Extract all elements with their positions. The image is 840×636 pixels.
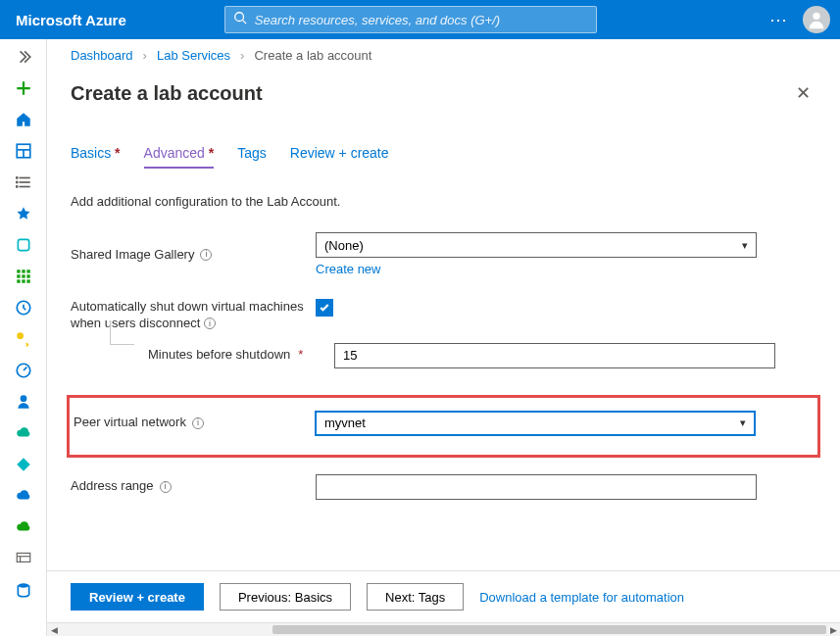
breadcrumb-link[interactable]: Lab Services [157,48,230,63]
scroll-right-icon[interactable]: ▶ [826,623,840,636]
rail-clock-icon[interactable] [4,296,43,319]
svg-rect-19 [17,279,20,282]
svg-point-10 [16,181,17,182]
info-icon[interactable]: i [160,481,172,493]
svg-rect-14 [22,269,25,272]
rail-home-icon[interactable] [4,108,43,131]
brand-logo: Microsoft Azure [16,12,126,28]
tabs: Basics Advanced Tags Review + create [71,145,816,169]
svg-rect-18 [26,274,29,277]
svg-point-23 [17,332,24,339]
auto-shutdown-checkbox[interactable] [316,299,333,317]
rail-add-icon[interactable] [4,76,43,100]
rail-grid-icon[interactable] [4,265,43,288]
horizontal-scrollbar[interactable]: ◀ ▶ [47,622,840,636]
download-template-link[interactable]: Download a template for automation [479,590,684,605]
rail-cloud3-icon[interactable] [4,515,43,539]
side-rail [0,39,47,636]
svg-point-25 [20,395,26,402]
review-create-button[interactable]: Review + create [71,583,204,611]
chevron-right-icon: › [240,48,244,63]
page-title: Create a lab account [71,82,790,105]
breadcrumb-link[interactable]: Dashboard [71,48,133,63]
rail-monitor-icon[interactable] [4,547,43,570]
previous-button[interactable]: Previous: Basics [220,583,351,611]
svg-rect-17 [22,274,25,277]
tab-basics[interactable]: Basics [71,145,121,169]
info-icon[interactable]: i [204,318,216,329]
shared-image-gallery-select[interactable]: (None) ▾ [316,232,757,258]
tab-review[interactable]: Review + create [290,145,389,169]
svg-rect-13 [17,269,20,272]
minutes-before-shutdown-input[interactable] [334,343,775,368]
svg-rect-20 [22,279,25,282]
rail-cloud1-icon[interactable] [4,421,43,445]
shared-image-gallery-value: (None) [324,238,364,253]
rail-favorites-icon[interactable] [4,202,43,225]
info-icon[interactable]: i [192,417,204,429]
chevron-down-icon: ▾ [740,416,746,429]
svg-point-0 [235,13,244,22]
rail-person-icon[interactable] [4,390,43,414]
minutes-before-shutdown-label: Minutes before shutdown [148,347,290,364]
svg-rect-26 [17,553,30,562]
create-new-link[interactable]: Create new [316,262,380,276]
svg-rect-15 [26,269,29,272]
chevron-down-icon: ▾ [742,239,748,252]
next-button[interactable]: Next: Tags [367,583,464,611]
global-search-input[interactable] [255,13,588,27]
svg-point-9 [16,177,17,178]
svg-point-29 [18,583,28,588]
rail-diamond-icon[interactable] [4,453,43,476]
intro-text: Add additional configuration to the Lab … [71,194,816,209]
svg-rect-21 [26,279,29,282]
scroll-left-icon[interactable]: ◀ [47,623,61,636]
breadcrumb-current: Create a lab account [254,48,371,63]
svg-rect-12 [18,239,28,250]
shared-image-gallery-label: Shared Image Gallery [71,247,194,264]
svg-rect-16 [17,274,20,277]
footer: Review + create Previous: Basics Next: T… [47,570,840,622]
rail-cloud2-icon[interactable] [4,484,43,508]
auto-shutdown-label: Automatically shut down virtual machines… [71,299,304,330]
svg-point-2 [813,13,819,20]
rail-resource-icon[interactable] [4,233,43,257]
close-icon[interactable]: ✕ [790,78,816,108]
top-header: Microsoft Azure ⋯ [0,0,840,39]
breadcrumb: Dashboard › Lab Services › Create a lab … [47,39,840,73]
rail-db-icon[interactable] [4,578,43,602]
more-menu-icon[interactable]: ⋯ [769,9,789,30]
user-avatar[interactable] [803,6,830,33]
rail-dashboard-icon[interactable] [4,139,43,163]
svg-point-11 [16,186,17,187]
info-icon[interactable]: i [200,249,212,261]
address-range-label: Address range [71,478,154,495]
rail-meter-icon[interactable] [4,359,43,382]
rail-list-icon[interactable] [4,171,43,194]
rail-expand-icon[interactable] [4,45,43,69]
tab-tags[interactable]: Tags [237,145,267,169]
address-range-input[interactable] [316,474,757,500]
peer-vnet-label: Peer virtual network [74,415,186,431]
svg-line-1 [242,21,246,24]
rail-key-icon[interactable] [4,327,43,351]
peer-vnet-value: myvnet [324,416,366,430]
tab-advanced[interactable]: Advanced [144,145,215,169]
scrollbar-thumb[interactable] [272,625,826,634]
global-search[interactable] [224,6,597,33]
peer-vnet-highlight: Peer virtual network i myvnet ▾ [67,395,820,458]
peer-vnet-select[interactable]: myvnet ▾ [315,411,756,436]
chevron-right-icon: › [143,48,147,63]
search-icon [233,11,247,28]
